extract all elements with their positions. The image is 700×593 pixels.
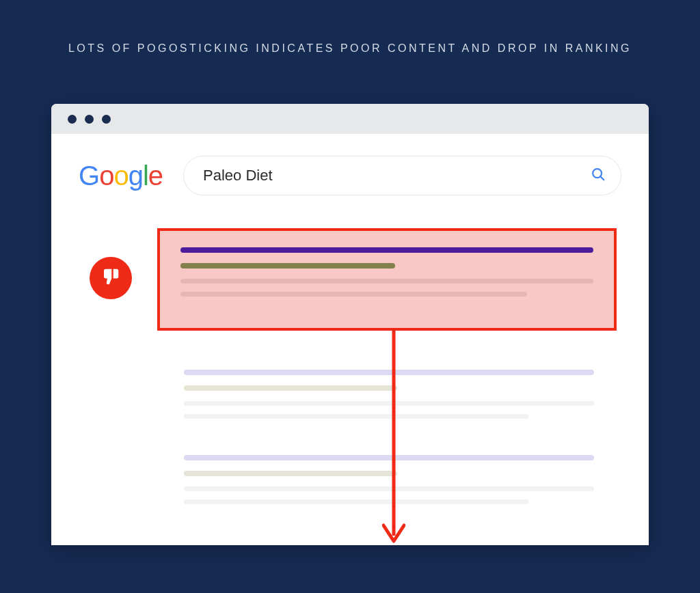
result-title-placeholder — [180, 247, 593, 253]
search-query-text: Paleo Diet — [203, 167, 273, 184]
browser-window: Google Paleo Diet — [51, 104, 649, 545]
logo-letter: g — [129, 161, 143, 191]
svg-line-1 — [600, 176, 604, 180]
search-icon[interactable] — [591, 167, 606, 184]
search-header: Google Paleo Diet — [51, 134, 649, 209]
result-snippet-placeholder — [184, 499, 528, 504]
result-snippet-placeholder — [184, 414, 528, 419]
page-heading: LOTS OF POGOSTICKING INDICATES POOR CONT… — [0, 0, 700, 55]
result-title-placeholder — [184, 370, 594, 375]
search-results — [51, 209, 649, 223]
logo-letter: e — [148, 161, 163, 191]
highlighted-result[interactable] — [157, 228, 617, 331]
result-snippet-placeholder — [180, 292, 527, 296]
result-snippet-placeholder — [184, 401, 594, 406]
ghost-result — [184, 455, 594, 512]
result-url-placeholder — [184, 471, 397, 476]
logo-letter: G — [79, 161, 99, 191]
traffic-light-dot — [68, 115, 77, 124]
logo-letter: o — [113, 161, 128, 191]
thumb-down-badge — [90, 257, 132, 299]
google-logo: Google — [79, 161, 163, 191]
thumb-down-icon — [100, 266, 121, 290]
logo-letter: o — [99, 161, 113, 191]
search-input[interactable]: Paleo Diet — [183, 156, 621, 195]
traffic-light-dot — [85, 115, 94, 124]
window-title-bar — [51, 104, 649, 134]
logo-letter: l — [143, 161, 148, 191]
arrow-down-icon — [382, 331, 405, 545]
ghost-result — [184, 370, 594, 427]
result-snippet-placeholder — [180, 279, 593, 284]
traffic-light-dot — [102, 115, 111, 124]
result-url-placeholder — [184, 385, 397, 391]
result-url-placeholder — [180, 263, 395, 268]
result-title-placeholder — [184, 455, 594, 460]
result-snippet-placeholder — [184, 486, 594, 491]
